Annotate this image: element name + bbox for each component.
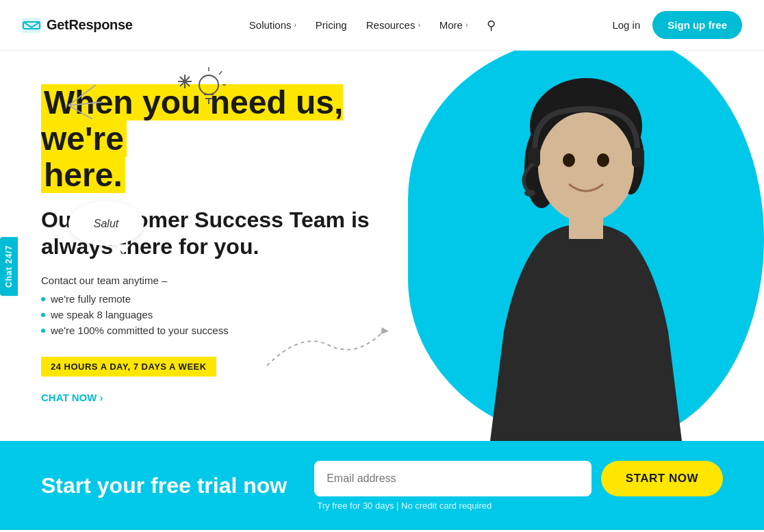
nav-solutions[interactable]: Solutions › <box>249 19 296 31</box>
chat-sidebar[interactable]: Chat 24/7 <box>0 236 18 295</box>
svg-rect-10 <box>528 148 540 167</box>
bullet-dot-icon <box>41 313 45 317</box>
bullet-item: we're fully remote <box>41 293 397 305</box>
headline-highlight: When you need us, we're <box>41 84 343 157</box>
navbar-nav: Solutions › Pricing Resources › More › ⚲ <box>249 18 496 33</box>
solutions-chevron-icon: › <box>294 21 296 29</box>
svg-rect-9 <box>569 208 603 239</box>
svg-rect-0 <box>22 18 41 33</box>
brand-name: GetResponse <box>47 17 133 33</box>
login-button[interactable]: Log in <box>612 19 640 31</box>
resources-chevron-icon: › <box>418 21 420 29</box>
svg-point-12 <box>524 190 535 197</box>
nav-pricing[interactable]: Pricing <box>316 19 347 31</box>
person-svg <box>422 71 750 441</box>
hero-section: Salut When yo <box>0 51 764 441</box>
svg-line-25 <box>219 71 222 75</box>
svg-point-8 <box>597 153 609 167</box>
cta-title: Start your free trial now <box>41 473 287 498</box>
cta-section: Start your free trial now START NOW Try … <box>0 441 764 530</box>
logo-icon <box>22 18 41 33</box>
bullet-dot-icon <box>41 297 45 301</box>
headline-highlight-2: here. <box>41 157 125 193</box>
hero-person-image <box>422 71 750 441</box>
availability-badge: 24 HOURS A DAY, 7 DAYS A WEEK <box>41 357 216 377</box>
bullet-dot-icon <box>41 329 45 333</box>
nav-resources[interactable]: Resources › <box>366 19 420 31</box>
email-input[interactable] <box>314 461 591 496</box>
svg-point-7 <box>563 153 575 167</box>
hero-bullets: we're fully remotewe speak 8 languageswe… <box>41 293 397 336</box>
svg-rect-11 <box>632 148 644 167</box>
speech-bubble: Salut <box>68 201 144 246</box>
chat-now-link[interactable]: CHAT NOW › <box>41 392 103 403</box>
bullet-item: we speak 8 languages <box>41 309 397 320</box>
contact-text: Contact our team anytime – <box>41 275 397 286</box>
nav-more[interactable]: More › <box>440 19 468 31</box>
navbar: GetResponse Solutions › Pricing Resource… <box>0 0 764 51</box>
hero-headline: When you need us, we're here. <box>41 85 397 193</box>
cta-form: START NOW Try free for 30 days | No cred… <box>314 461 723 511</box>
signup-button[interactable]: Sign up free <box>652 11 742 39</box>
more-chevron-icon: › <box>466 21 468 29</box>
cta-footnote: Try free for 30 days | No credit card re… <box>314 501 723 511</box>
start-now-button[interactable]: START NOW <box>601 461 723 496</box>
cta-input-row: START NOW <box>314 461 723 496</box>
svg-point-6 <box>538 112 634 222</box>
bullet-item: we're 100% committed to your success <box>41 325 397 336</box>
search-icon[interactable]: ⚲ <box>487 18 496 33</box>
navbar-actions: Log in Sign up free <box>612 11 742 39</box>
logo[interactable]: GetResponse <box>22 17 133 33</box>
